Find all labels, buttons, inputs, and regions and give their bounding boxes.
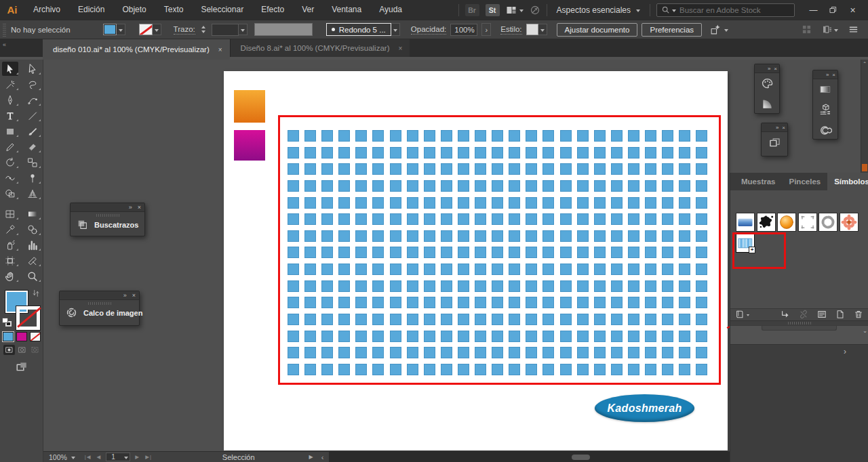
menu-ver[interactable]: Ver: [293, 0, 323, 20]
artboards-panel-button[interactable]: [762, 132, 787, 154]
panel-collapse-icon[interactable]: »: [776, 123, 778, 132]
style-swatch[interactable]: [526, 24, 538, 35]
symbol-thumbnail-flower[interactable]: [840, 213, 859, 232]
magic-wand-tool[interactable]: [2, 77, 18, 91]
width-tool[interactable]: [2, 171, 18, 185]
pen-tool[interactable]: [2, 93, 18, 107]
stroke-color-swatch[interactable]: [139, 24, 153, 35]
menu-texto[interactable]: Texto: [155, 0, 193, 20]
stroke-color-swatch[interactable]: [16, 306, 40, 330]
style-label[interactable]: Estilo:: [500, 25, 521, 35]
appearance-panel-button[interactable]: [813, 79, 837, 100]
opacity-label[interactable]: Opacidad:: [411, 25, 446, 35]
menu-archivo[interactable]: Archivo: [24, 0, 69, 20]
preferences-button[interactable]: Preferencias: [642, 23, 702, 37]
appearance-mini-panel[interactable]: » ×: [812, 70, 838, 140]
select-similar-button[interactable]: [710, 24, 728, 35]
screen-mode-button[interactable]: [16, 360, 28, 373]
artboard-tool[interactable]: [2, 253, 18, 268]
graphic-styles-panel-button[interactable]: [813, 100, 837, 120]
panel-tab-simbolos[interactable]: Símbolos: [827, 173, 868, 190]
mesh-tool[interactable]: [2, 207, 18, 221]
close-button[interactable]: ×: [843, 2, 863, 18]
minimize-button[interactable]: —: [804, 2, 823, 18]
blue-square-grid[interactable]: [288, 130, 707, 375]
artboard-number-dropdown[interactable]: 1: [106, 453, 130, 461]
symbol-thumbnail-orange-orb[interactable]: [777, 213, 796, 232]
new-symbol-icon[interactable]: [835, 310, 845, 319]
artboards-mini-panel[interactable]: » ×: [761, 123, 788, 156]
scroll-up-icon[interactable]: ˆ: [861, 60, 868, 69]
pencil-tool[interactable]: [2, 140, 18, 154]
menu-ayuda[interactable]: Ayuda: [370, 0, 411, 20]
panel-close-icon[interactable]: ×: [832, 70, 835, 79]
panel-collapse-icon[interactable]: »: [826, 70, 829, 79]
scroll-down-icon[interactable]: ˇ: [864, 331, 866, 338]
gradient-tool[interactable]: [24, 207, 41, 221]
delete-symbol-icon[interactable]: [854, 310, 863, 319]
panel-tab-pinceles[interactable]: Pinceles: [783, 173, 828, 190]
stepper-down-icon[interactable]: [201, 30, 205, 35]
bridge-badge[interactable]: Br: [465, 4, 479, 16]
perspective-grid-tool[interactable]: [24, 186, 41, 201]
menu-seleccionar[interactable]: Seleccionar: [192, 0, 252, 20]
zoom-tool[interactable]: [24, 269, 41, 283]
fill-color-dropdown[interactable]: [103, 24, 125, 35]
dock-arrangement-button[interactable]: [822, 24, 838, 35]
artboard[interactable]: Kadoshmerah: [224, 71, 728, 450]
tab-close-icon[interactable]: ×: [398, 45, 402, 52]
style-dropdown[interactable]: [526, 24, 547, 35]
eraser-tool[interactable]: [24, 140, 41, 154]
direct-selection-tool[interactable]: [24, 62, 41, 76]
status-back-icon[interactable]: ‹: [321, 453, 324, 461]
next-artboard-button[interactable]: ▶: [132, 454, 142, 460]
symbol-thumbnail-blue-banner[interactable]: [736, 213, 755, 232]
zoom-dropdown-icon[interactable]: [71, 457, 75, 461]
scale-tool[interactable]: [24, 155, 41, 169]
scrollbar-thumb[interactable]: [572, 455, 590, 460]
blend-tool[interactable]: [24, 222, 41, 236]
stepper-up-icon[interactable]: [201, 24, 205, 28]
document-tab-1[interactable]: diseño 010.ai* al 100% (CMYK/Previsualiz…: [43, 39, 230, 60]
draw-normal-button[interactable]: [3, 345, 15, 355]
first-artboard-button[interactable]: |◀: [82, 454, 94, 460]
rectangle-tool[interactable]: [2, 124, 18, 138]
default-fill-stroke-icon[interactable]: [2, 318, 13, 328]
panel-close-icon[interactable]: ×: [774, 64, 777, 73]
place-symbol-instance-icon[interactable]: [781, 310, 790, 319]
color-gradient-mini-panel[interactable]: » ×: [754, 64, 780, 114]
panel-close-icon[interactable]: ×: [138, 203, 141, 212]
menu-efecto[interactable]: Efecto: [252, 0, 293, 20]
paintbrush-tool[interactable]: [24, 124, 41, 138]
gradient-mode-button[interactable]: [16, 332, 27, 341]
symbol-options-icon[interactable]: [817, 310, 827, 319]
last-artboard-button[interactable]: ▶|: [142, 454, 155, 460]
stroke-width-stepper[interactable]: [199, 24, 208, 35]
menu-ventana[interactable]: Ventana: [323, 0, 370, 20]
curvature-tool[interactable]: [24, 93, 41, 107]
orange-square-shape[interactable]: [234, 90, 265, 123]
restore-button[interactable]: [823, 2, 843, 18]
line-segment-tool[interactable]: [24, 108, 41, 123]
none-mode-button[interactable]: [30, 332, 41, 341]
fit-document-button[interactable]: Ajustar documento: [557, 23, 638, 37]
panel-grip[interactable]: [88, 302, 111, 305]
zoom-level[interactable]: 100%: [43, 453, 71, 461]
panel-close-icon[interactable]: ×: [132, 291, 136, 300]
panel-tab-muestras[interactable]: Muestras: [734, 173, 783, 190]
color-panel-button[interactable]: [755, 73, 779, 93]
eyedropper-tool[interactable]: [2, 222, 18, 236]
prev-artboard-button[interactable]: ◀: [94, 454, 104, 460]
symbol-libraries-button[interactable]: [735, 310, 750, 319]
horizontal-scrollbar[interactable]: [329, 452, 730, 462]
panel-grip[interactable]: [96, 214, 119, 217]
symbol-thumbnail-registration-marks[interactable]: [798, 213, 817, 232]
touch-workspace-icon[interactable]: [802, 24, 812, 35]
search-input[interactable]: [678, 5, 780, 15]
slice-tool[interactable]: [24, 253, 41, 268]
opacity-value[interactable]: 100%: [450, 24, 477, 36]
workspace-switcher[interactable]: Aspectos esenciales: [553, 5, 644, 15]
rotate-tool[interactable]: [2, 155, 18, 169]
brush-definition-dropdown[interactable]: Redondo 5 ...: [326, 23, 400, 36]
panel-grip[interactable]: [3, 23, 6, 37]
